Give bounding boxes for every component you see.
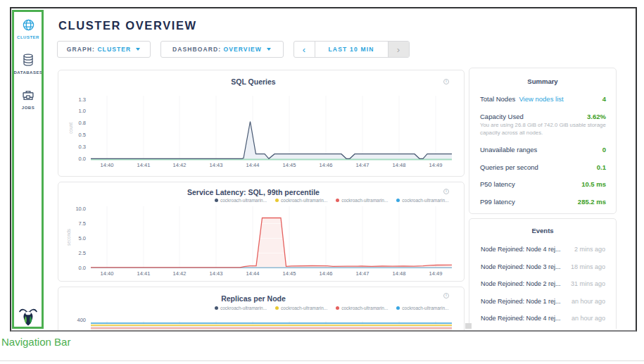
svg-text:count: count [68, 123, 73, 134]
svg-text:10.0: 10.0 [75, 206, 86, 212]
svg-text:0.8: 0.8 [79, 120, 86, 126]
svg-text:14:41: 14:41 [137, 270, 151, 277]
svg-text:1.3: 1.3 [79, 96, 86, 103]
svg-text:14:41: 14:41 [137, 162, 151, 168]
svg-text:14:48: 14:48 [393, 162, 406, 168]
svg-text:5.0: 5.0 [79, 235, 86, 241]
svg-text:14:44: 14:44 [246, 162, 260, 168]
svg-text:14:45: 14:45 [283, 162, 296, 168]
svg-text:14:47: 14:47 [356, 162, 370, 168]
svg-text:0.0: 0.0 [79, 156, 86, 162]
svg-text:14:46: 14:46 [320, 270, 333, 277]
svg-text:14:48: 14:48 [393, 270, 406, 277]
svg-text:7.5: 7.5 [79, 220, 86, 227]
svg-text:seconds: seconds [66, 228, 71, 246]
svg-text:0.3: 0.3 [79, 144, 86, 150]
svg-text:14:46: 14:46 [320, 162, 333, 168]
svg-text:2.5: 2.5 [79, 250, 86, 256]
svg-text:14:45: 14:45 [283, 270, 296, 277]
svg-text:1.0: 1.0 [79, 108, 86, 114]
svg-text:14:43: 14:43 [210, 270, 223, 277]
svg-text:14:40: 14:40 [101, 270, 114, 277]
svg-text:14:49: 14:49 [429, 270, 443, 277]
svg-text:14:40: 14:40 [101, 162, 114, 168]
svg-text:14:49: 14:49 [429, 162, 443, 168]
svg-text:14:47: 14:47 [356, 270, 370, 277]
svg-text:0.5: 0.5 [79, 132, 86, 138]
svg-text:400: 400 [77, 317, 86, 323]
svg-text:14:43: 14:43 [210, 162, 223, 168]
svg-text:14:44: 14:44 [246, 270, 260, 277]
svg-text:14:42: 14:42 [173, 270, 187, 277]
svg-text:0.0: 0.0 [79, 265, 86, 271]
svg-text:14:42: 14:42 [173, 162, 187, 168]
